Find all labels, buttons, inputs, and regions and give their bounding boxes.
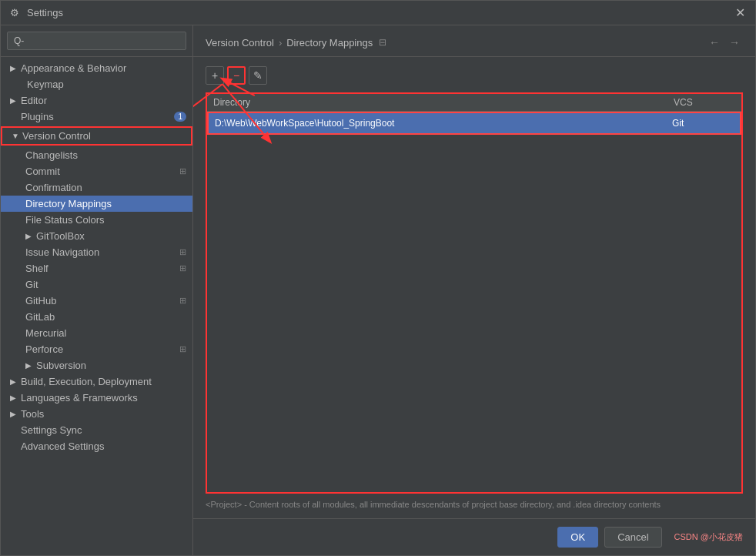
sidebar-item-github[interactable]: GitHub ⊞ (1, 293, 192, 309)
sidebar-item-label: Confirmation (25, 182, 186, 193)
plugins-badge: 1 (174, 112, 186, 122)
main-content: + − ✎ Directory VCS D:\Web\WebWorkSpace\… (193, 57, 755, 518)
sidebar-item-label: Plugins (21, 111, 171, 122)
nav-forward[interactable]: → (726, 35, 743, 50)
expand-arrow: ▶ (10, 64, 18, 72)
sidebar-item-label: Directory Mappings (25, 198, 186, 209)
sidebar-item-label: Version Control (22, 130, 185, 142)
sidebar-item-perforce[interactable]: Perforce ⊞ (1, 341, 192, 357)
sidebar-item-label: Changelists (25, 149, 186, 161)
expand-arrow: ▼ (12, 132, 19, 140)
sidebar-item-gitlab[interactable]: GitLab (1, 309, 192, 325)
sidebar-item-issue-navigation[interactable]: Issue Navigation ⊞ (1, 244, 192, 260)
sidebar-item-keymap[interactable]: Keymap (1, 76, 192, 92)
dialog-footer: OK Cancel CSDN @小花皮猪 (193, 518, 755, 555)
sidebar-item-tools[interactable]: ▶ Tools (1, 406, 192, 422)
sidebar-item-subversion[interactable]: ▶ Subversion (1, 357, 192, 373)
perforce-icon: ⊞ (179, 344, 186, 354)
sidebar-item-label: Languages & Frameworks (21, 392, 186, 404)
sidebar-item-label: GitHub (25, 295, 176, 306)
sidebar-item-gittoolbox[interactable]: ▶ GitToolBox (1, 228, 192, 244)
breadcrumb-part2: Directory Mappings (286, 37, 373, 49)
sidebar-item-appearance[interactable]: ▶ Appearance & Behavior (1, 60, 192, 76)
sidebar-item-shelf[interactable]: Shelf ⊞ (1, 260, 192, 276)
nav-back[interactable]: ← (706, 35, 723, 50)
col-directory: Directory (213, 97, 674, 108)
expand-arrow: ▶ (10, 394, 18, 402)
nav-arrows: ← → (706, 35, 743, 50)
sidebar-item-editor[interactable]: ▶ Editor (1, 92, 192, 109)
footer-note: <Project> - Content roots of all modules… (206, 494, 743, 509)
window-title: Settings (27, 7, 732, 18)
sidebar-item-advanced[interactable]: Advanced Settings (1, 438, 192, 454)
col-vcs: VCS (674, 97, 735, 108)
content-area: ▶ Appearance & Behavior Keymap ▶ Editor … (1, 25, 755, 555)
sidebar-item-label: GitToolBox (36, 230, 186, 242)
sidebar: ▶ Appearance & Behavior Keymap ▶ Editor … (1, 25, 193, 555)
sidebar-item-label: Settings Sync (21, 424, 186, 436)
window-icon: ⚙ (8, 7, 21, 19)
search-input[interactable] (7, 32, 186, 50)
breadcrumb-sep: › (279, 37, 282, 49)
expand-arrow: ▶ (10, 96, 18, 105)
sidebar-item-label: Git (25, 279, 186, 290)
sidebar-item-file-status-colors[interactable]: File Status Colors (1, 212, 192, 228)
ok-button[interactable]: OK (557, 527, 598, 548)
vcs-cell: Git (672, 118, 734, 129)
sidebar-item-label: Subversion (36, 360, 186, 371)
commit-icon: ⊞ (179, 166, 186, 176)
sidebar-item-label: Advanced Settings (21, 440, 186, 452)
close-button[interactable]: ✕ (732, 5, 748, 21)
directory-cell: D:\Web\WebWorkSpace\Hutool_SpringBoot (215, 118, 672, 129)
table-header: Directory VCS (207, 94, 741, 112)
sidebar-item-plugins[interactable]: Plugins 1 (1, 109, 192, 125)
sidebar-item-label: Editor (21, 95, 186, 106)
expand-arrow: ▶ (25, 361, 33, 370)
shelf-icon: ⊞ (179, 263, 186, 273)
sidebar-item-settings-sync[interactable]: Settings Sync (1, 422, 192, 438)
add-button[interactable]: + (206, 66, 224, 85)
cancel-button[interactable]: Cancel (604, 527, 661, 548)
sidebar-item-label: Keymap (27, 79, 186, 90)
issue-nav-icon: ⊞ (179, 247, 186, 257)
sidebar-item-label: Commit (25, 166, 176, 177)
sidebar-item-label: Issue Navigation (25, 246, 176, 258)
sidebar-item-label: Perforce (25, 343, 176, 355)
settings-window: ⚙ Settings ✕ ▶ Appearance & Behavior Key… (0, 0, 756, 556)
breadcrumb-icon: ⊟ (379, 37, 386, 48)
sidebar-item-label: Build, Execution, Deployment (21, 376, 186, 387)
watermark: CSDN @小花皮猪 (674, 531, 743, 543)
sidebar-item-label: Mercurial (25, 327, 186, 339)
sidebar-item-directory-mappings[interactable]: Directory Mappings (1, 196, 192, 212)
sidebar-item-label: Appearance & Behavior (21, 62, 186, 74)
expand-arrow: ▶ (10, 377, 18, 386)
sidebar-item-label: Shelf (25, 263, 176, 274)
sidebar-item-git[interactable]: Git (1, 276, 192, 293)
search-box (1, 25, 192, 57)
sidebar-item-label: Tools (21, 408, 186, 420)
breadcrumb-part1: Version Control (206, 37, 274, 49)
toolbar: + − ✎ (206, 66, 743, 85)
sidebar-item-changelists[interactable]: Changelists (1, 147, 192, 163)
edit-button[interactable]: ✎ (249, 66, 267, 85)
sidebar-item-version-control[interactable]: ▼ Version Control (1, 126, 192, 146)
sidebar-tree: ▶ Appearance & Behavior Keymap ▶ Editor … (1, 57, 192, 555)
expand-arrow: ▶ (10, 410, 18, 418)
sidebar-item-commit[interactable]: Commit ⊞ (1, 163, 192, 179)
sidebar-item-label: File Status Colors (25, 214, 186, 226)
expand-arrow: ▶ (25, 232, 33, 240)
sidebar-item-mercurial[interactable]: Mercurial (1, 325, 192, 341)
main-panel: Version Control › Directory Mappings ⊟ ←… (193, 25, 755, 555)
title-bar: ⚙ Settings ✕ (1, 1, 755, 25)
main-content-inner: + − ✎ Directory VCS D:\Web\WebWorkSpace\… (193, 57, 755, 518)
table-row[interactable]: D:\Web\WebWorkSpace\Hutool_SpringBoot Gi… (207, 112, 741, 135)
remove-button[interactable]: − (227, 66, 246, 85)
directory-table: Directory VCS D:\Web\WebWorkSpace\Hutool… (206, 92, 743, 494)
sidebar-item-label: GitLab (25, 311, 186, 323)
sidebar-item-confirmation[interactable]: Confirmation (1, 179, 192, 196)
breadcrumb: Version Control › Directory Mappings ⊟ (206, 37, 706, 49)
main-header: Version Control › Directory Mappings ⊟ ←… (193, 25, 755, 57)
github-icon: ⊞ (179, 296, 186, 306)
sidebar-item-languages[interactable]: ▶ Languages & Frameworks (1, 390, 192, 406)
sidebar-item-build[interactable]: ▶ Build, Execution, Deployment (1, 373, 192, 390)
